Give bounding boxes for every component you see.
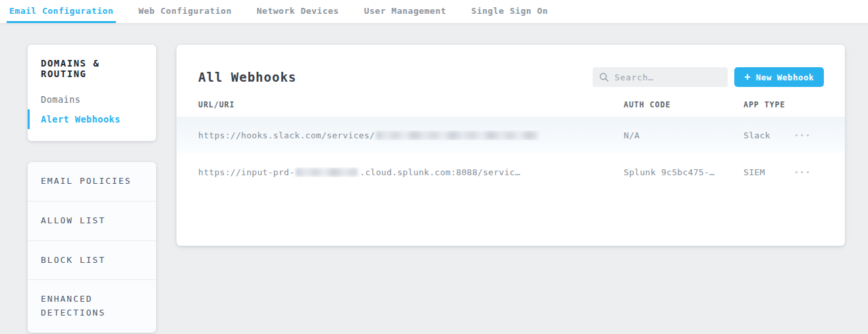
auth-code-cell: N/A	[624, 130, 744, 140]
webhooks-panel: All Webhooks + New Webhook URL/URI AUTH …	[176, 45, 845, 246]
search-icon	[599, 72, 609, 82]
sidebar-item-allow-list[interactable]: ALLOW LIST	[28, 202, 156, 241]
search-box	[593, 67, 728, 87]
webhook-url-cell: https://input-prd- .cloud.splunk.com:808…	[198, 167, 624, 177]
sidebar-item-domains[interactable]: Domains	[28, 90, 156, 109]
plus-icon: +	[744, 71, 751, 83]
page-title: All Webhooks	[198, 70, 296, 84]
table-row: https://input-prd- .cloud.splunk.com:808…	[176, 153, 845, 190]
search-input[interactable]	[614, 72, 721, 82]
sidebar-item-block-list[interactable]: BLOCK LIST	[28, 241, 156, 281]
domains-routing-card: DOMAINS & ROUTING Domains Alert Webhooks	[28, 45, 156, 141]
sidebar-item-alert-webhooks[interactable]: Alert Webhooks	[28, 109, 156, 129]
column-header-app-type: APP TYPE	[744, 100, 794, 109]
webhooks-table: URL/URI AUTH CODE APP TYPE https://hooks…	[176, 93, 845, 190]
top-navigation: Email Configuration Web Configuration Ne…	[0, 0, 868, 24]
column-header-url: URL/URI	[198, 100, 624, 109]
auth-code-cell: Splunk 9c5bc475-…	[624, 167, 744, 177]
tab-network-devices[interactable]: Network Devices	[254, 0, 342, 23]
panel-header: All Webhooks + New Webhook	[176, 45, 845, 88]
row-actions-menu-icon[interactable]: •••	[794, 168, 823, 177]
domains-routing-title: DOMAINS & ROUTING	[28, 58, 156, 79]
tab-web-configuration[interactable]: Web Configuration	[136, 0, 234, 23]
webhook-url-cell: https://hooks.slack.com/services/	[198, 130, 624, 140]
app-type-cell: Slack	[744, 130, 794, 140]
app-type-cell: SIEM	[744, 167, 794, 177]
sidebar: DOMAINS & ROUTING Domains Alert Webhooks…	[28, 45, 156, 333]
row-actions-menu-icon[interactable]: •••	[794, 131, 823, 140]
redacted-url-segment	[376, 131, 538, 140]
webhook-url-suffix: .cloud.splunk.com:8088/servic…	[360, 167, 520, 177]
redacted-url-segment	[296, 168, 358, 177]
tab-single-sign-on[interactable]: Single Sign On	[469, 0, 551, 23]
sidebar-item-email-policies[interactable]: EMAIL POLICIES	[28, 162, 156, 202]
new-webhook-label: New Webhook	[756, 72, 814, 82]
column-header-auth-code: AUTH CODE	[624, 100, 744, 109]
tab-user-management[interactable]: User Management	[362, 0, 449, 23]
webhook-url-prefix: https://hooks.slack.com/services/	[198, 130, 375, 140]
sidebar-item-enhanced-detections[interactable]: ENHANCED DETECTIONS	[28, 280, 156, 333]
webhook-url-prefix: https://input-prd-	[198, 167, 294, 177]
new-webhook-button[interactable]: + New Webhook	[734, 67, 824, 87]
tab-email-configuration[interactable]: Email Configuration	[7, 0, 116, 23]
table-row: https://hooks.slack.com/services/ N/A Sl…	[176, 117, 845, 153]
table-header-row: URL/URI AUTH CODE APP TYPE	[176, 93, 845, 117]
policy-sections-card: EMAIL POLICIES ALLOW LIST BLOCK LIST ENH…	[28, 162, 156, 333]
